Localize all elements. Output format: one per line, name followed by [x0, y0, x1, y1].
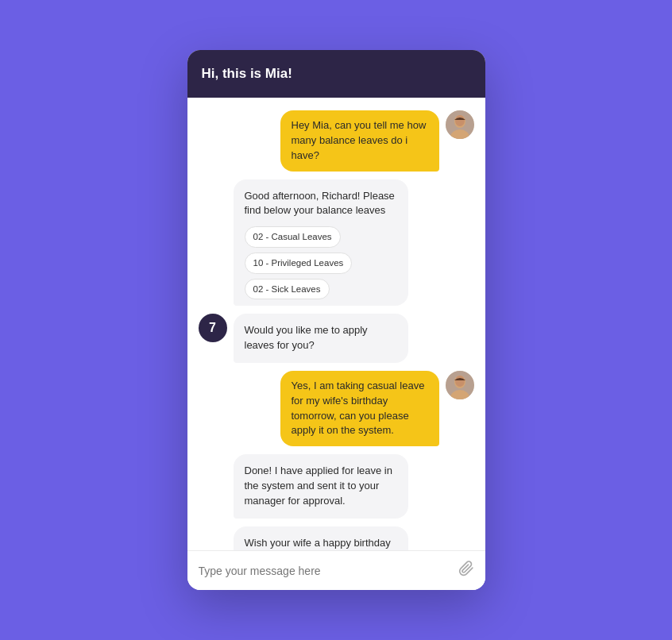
- message-row: Hey Mia, can you tell me how many balanc…: [199, 110, 474, 172]
- chat-input-bar: [187, 550, 485, 590]
- leave-tag-casual: 02 - Casual Leaves: [245, 226, 341, 248]
- chat-window: Hi, this is Mia! Hey Mia, can you tell m…: [187, 50, 485, 590]
- avatar: [446, 371, 474, 399]
- leave-tag-privileged: 10 - Privileged Leaves: [245, 253, 353, 274]
- message-row: Yes, I am taking casual leave for my wif…: [199, 371, 474, 446]
- leave-tags: 02 - Casual Leaves 10 - Privileged Leave…: [245, 226, 397, 299]
- user-bubble: Yes, I am taking casual leave for my wif…: [280, 371, 439, 446]
- bot-bubble: Would you like me to apply leaves for yo…: [234, 314, 408, 363]
- attach-icon[interactable]: [458, 561, 474, 580]
- leave-tag-sick: 02 - Sick Leaves: [245, 279, 330, 300]
- bot-bubble: Done! I have applied for leave in the sy…: [234, 454, 408, 519]
- message-row: Good afternoon, Richard! Please find bel…: [199, 179, 474, 307]
- message-row: Wish your wife a happy birthday from Yel…: [199, 526, 474, 550]
- message-input[interactable]: [199, 565, 452, 577]
- chat-messages: Hey Mia, can you tell me how many balanc…: [187, 98, 485, 550]
- chat-header: Hi, this is Mia!: [187, 50, 485, 98]
- avatar: [446, 110, 474, 139]
- user-bubble: Hey Mia, can you tell me how many balanc…: [280, 110, 439, 172]
- bot-bubble: Wish your wife a happy birthday from Yel…: [234, 526, 408, 550]
- chat-header-title: Hi, this is Mia!: [202, 66, 292, 81]
- message-row: 7 Would you like me to apply leaves for …: [199, 314, 474, 363]
- svg-point-7: [455, 376, 465, 387]
- message-row: Done! I have applied for leave in the sy…: [199, 454, 474, 519]
- svg-point-3: [455, 115, 465, 126]
- bot-icon: 7: [199, 314, 227, 342]
- bot-bubble: Good afternoon, Richard! Please find bel…: [234, 179, 408, 307]
